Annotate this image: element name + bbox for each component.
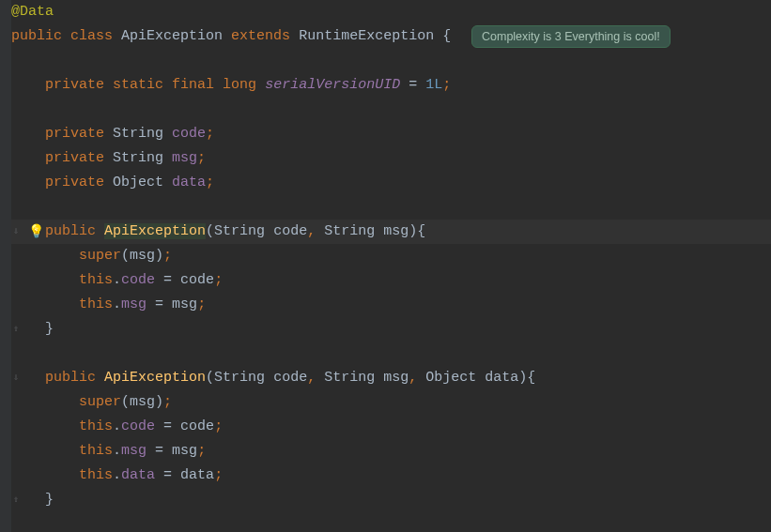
- code-line: this.code = code;: [11, 415, 771, 439]
- code-line: super(msg);: [11, 390, 771, 415]
- code-line: [11, 512, 771, 532]
- complexity-hint-badge: Complexity is 3 Everything is cool!: [471, 25, 671, 48]
- code-line: this.msg = msg;: [11, 293, 771, 317]
- intention-bulb-icon[interactable]: 💡: [28, 220, 44, 244]
- code-line: this.msg = msg;: [11, 439, 771, 464]
- override-down-icon[interactable]: ⇩: [9, 366, 23, 390]
- code-line: private static final long serialVersionU…: [11, 73, 771, 98]
- code-line: this.data = data;: [11, 464, 771, 488]
- code-line: [11, 342, 771, 366]
- code-line: [11, 195, 771, 220]
- code-line: [11, 49, 771, 73]
- code-line: private String msg;: [11, 146, 771, 171]
- code-editor[interactable]: @Data public class ApiException extends …: [0, 0, 771, 532]
- code-line: ⇩ public ApiException(String code, Strin…: [11, 366, 771, 390]
- override-up-icon[interactable]: ⇧: [9, 317, 23, 342]
- code-line: ⇩💡 public ApiException(String code, Stri…: [11, 220, 771, 244]
- override-down-icon[interactable]: ⇩: [9, 220, 23, 244]
- code-line: ⇧ }: [11, 317, 771, 342]
- code-line: this.code = code;: [11, 268, 771, 293]
- annotation: @Data: [11, 4, 54, 20]
- code-line: public class ApiException extends Runtim…: [11, 24, 771, 49]
- override-up-icon[interactable]: ⇧: [9, 488, 23, 512]
- code-line: private Object data;: [11, 171, 771, 195]
- constructor-name: ApiException: [104, 370, 206, 386]
- code-line: super(msg);: [11, 244, 771, 268]
- code-line: ⇧ }: [11, 488, 771, 512]
- code-line: [11, 98, 771, 122]
- code-line: @Data: [11, 0, 771, 24]
- constructor-name: ApiException: [104, 223, 206, 239]
- code-line: private String code;: [11, 122, 771, 146]
